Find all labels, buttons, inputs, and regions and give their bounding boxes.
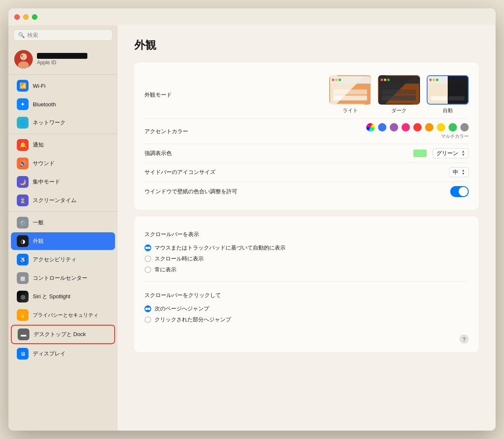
radio-always[interactable] [144,266,151,273]
wallpaper-tinting-control [450,186,469,197]
sidebar-item-label: 集中モード [33,178,60,186]
accent-red[interactable] [413,123,422,131]
search-input[interactable] [27,32,108,38]
sidebar-item-sound[interactable]: 🔊 サウンド [11,155,115,172]
scrollbar-click-section: スクロールバーをクリックして 次のページへジャンプ クリックされた部分へジャンプ [144,286,469,327]
wallpaper-tinting-label: ウインドウで壁紙の色合い調整を許可 [144,188,237,195]
sidebar-item-desktop-dock[interactable]: ▬ デスクトップと Dock [11,325,115,344]
close-button[interactable] [14,14,20,20]
screentime-icon: ⏳ [17,195,29,206]
help-button[interactable]: ? [459,334,469,344]
accent-yellow[interactable] [437,123,445,131]
sidebar-item-display[interactable]: 🖥 ディスプレイ [11,345,115,363]
scrollbar-show-section: スクロールバーを表示 マウスまたはトラックパッドに基づいて自動的に表示 スクロー… [144,225,469,277]
appearance-label-dark: ダーク [391,107,407,114]
accent-pink[interactable] [402,123,410,131]
scrollbar-click-jump-page[interactable]: 次のページへジャンプ [144,303,469,314]
highlight-color-label: 強調表示色 [144,150,172,157]
divider-3 [8,211,118,212]
radio-jump-page[interactable] [144,305,151,312]
sidebar-item-screentime[interactable]: ⏳ スクリーンタイム [11,192,115,209]
scrollbar-show-title: スクロールバーを表示 [144,231,469,238]
apple-id-label: Apple ID [37,60,87,66]
sidebar-item-label: 外観 [33,237,44,245]
scrollbar-card: スクロールバーを表示 マウスまたはトラックパッドに基づいて自動的に表示 スクロー… [134,216,479,352]
stepper-down-2[interactable]: ▼ [462,172,465,176]
search-bar[interactable]: 🔍 [13,29,113,41]
appearance-settings-card: 外観モード [134,63,479,210]
scrollbar-click-title: スクロールバーをクリックして [144,292,469,299]
sidebar-item-label: スクリーンタイム [33,197,76,204]
wallpaper-tinting-toggle[interactable] [450,186,469,197]
appearance-option-light[interactable]: ライト [329,75,371,114]
sidebar-item-bluetooth[interactable]: ✦ Bluetooth [11,95,115,113]
appearance-label-auto: 自動 [443,107,453,114]
dot-red [332,79,334,81]
sidebar-size-stepper[interactable]: 中 ▲ ▼ [449,167,469,177]
sidebar-item-network[interactable]: 🌐 ネットワーク [11,114,115,131]
sidebar-item-siri[interactable]: ◎ Siri と Spotlight [11,288,115,305]
highlight-value: グリーン [436,150,458,157]
apple-id-info: Apple ID [37,53,87,66]
sidebar-icon-size-control: 中 ▲ ▼ [449,167,469,177]
sidebar-item-label: サウンド [33,160,55,167]
radio-scroll[interactable] [144,255,151,262]
sidebar-item-controlcenter[interactable]: ▦ コントロールセンター [11,269,115,287]
controlcenter-icon: ▦ [17,272,29,284]
radio-auto[interactable] [144,244,151,251]
radio-jump-page-label: 次のページへジャンプ [155,305,209,313]
sidebar-item-accessibility[interactable]: ♿ アクセシビリティ [11,251,115,268]
accent-green[interactable] [449,123,457,131]
sidebar-icon-size-row: サイドバーのアイコンサイズ 中 ▲ ▼ [144,163,469,182]
scrollbar-click-jump-spot[interactable]: クリックされた部分へジャンプ [144,314,469,325]
main-content: 外観 外観モード [118,25,496,431]
sound-icon: 🔊 [17,158,29,169]
siri-icon: ◎ [17,291,29,302]
maximize-button[interactable] [32,14,37,20]
accent-graphite[interactable] [460,123,469,131]
scrollbar-show-always[interactable]: 常に表示 [144,264,469,275]
highlight-color-control: グリーン ▲ ▼ [413,148,469,158]
sidebar-item-label: デスクトップと Dock [34,331,86,338]
radio-scroll-label: スクロール時に表示 [155,255,204,263]
appearance-option-dark[interactable]: ダーク [378,75,420,114]
scrollbar-show-auto[interactable]: マウスまたはトラックパッドに基づいて自動的に表示 [144,242,469,253]
focus-icon: 🌙 [17,176,29,188]
sidebar: 🔍 Apple ID [8,25,118,431]
stepper-down[interactable]: ▼ [462,153,465,157]
thumb-bar-auto-right [448,76,468,84]
apple-id-section[interactable]: Apple ID [8,46,118,73]
highlight-stepper[interactable]: グリーン ▲ ▼ [433,148,469,158]
stepper-arrows[interactable]: ▲ ▼ [462,150,465,157]
dot-green [436,79,438,81]
appearance-option-auto[interactable]: 自動 [427,75,469,114]
sidebar-item-wifi[interactable]: 📶 Wi-Fi [11,77,115,95]
radio-always-label: 常に表示 [155,266,176,273]
scrollbar-show-scroll[interactable]: スクロール時に表示 [144,253,469,264]
accent-blue[interactable] [378,123,386,131]
sidebar-icon-size-label: サイドバーのアイコンサイズ [144,168,215,176]
sidebar-item-notification[interactable]: 🔔 通知 [11,136,115,154]
stepper-arrows-2[interactable]: ▲ ▼ [462,169,465,176]
sidebar-item-label: 通知 [33,141,44,149]
sidebar-item-general[interactable]: ⚙️ 一般 [11,214,115,231]
display-icon: 🖥 [17,348,29,360]
divider-inner [144,281,469,281]
minimize-button[interactable] [23,14,29,20]
accent-multicolor[interactable] [366,123,375,131]
sidebar-item-label: ネットワーク [33,119,66,126]
privacy-icon: 🤚 [17,309,29,321]
radio-jump-spot[interactable] [144,316,151,323]
accent-purple[interactable] [390,123,398,131]
divider [8,74,118,75]
sidebar-item-label: Wi-Fi [33,83,45,89]
search-icon: 🔍 [18,32,25,38]
dot-yellow [384,79,386,81]
appearance-mode-options: ライト [329,75,469,114]
sidebar-item-privacy[interactable]: 🤚 プライバシーとセキュリティ [11,306,115,324]
highlight-color-preview [413,150,427,157]
accent-orange[interactable] [425,123,433,131]
sidebar-item-focus[interactable]: 🌙 集中モード [11,173,115,191]
sidebar-item-appearance[interactable]: ◑ 外観 [11,232,115,250]
apple-id-name-redacted [37,53,87,59]
